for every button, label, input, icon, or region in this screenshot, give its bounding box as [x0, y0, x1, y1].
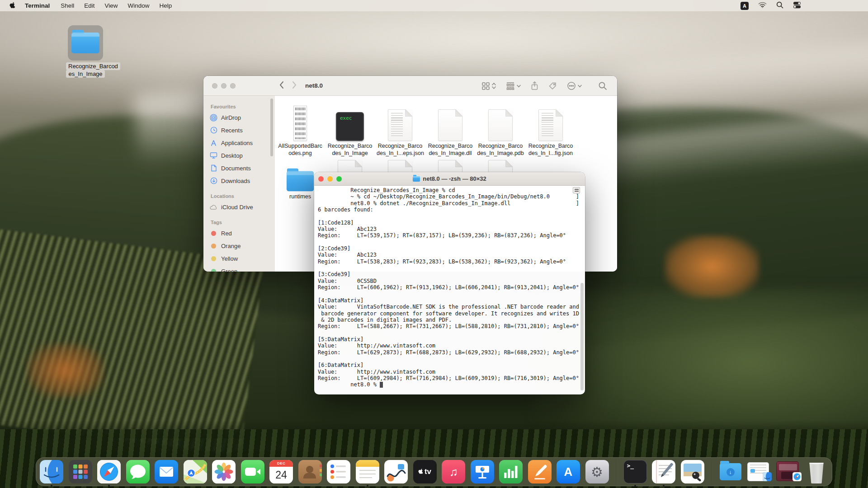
- spotlight-search-icon[interactable]: [776, 1, 783, 10]
- file-allsupportedbarcodes-png[interactable]: AllSupportedBarcodes.png: [277, 105, 324, 157]
- menu-help[interactable]: Help: [155, 0, 177, 11]
- dock-item-pages[interactable]: [528, 460, 552, 483]
- sidebar-item-recents[interactable]: Recents: [210, 124, 275, 136]
- dock-item-minimized-finder-window[interactable]: [747, 460, 771, 483]
- minimize-button[interactable]: [221, 83, 226, 89]
- apple-menu-icon[interactable]: [9, 2, 16, 9]
- desktop-icon-recognize-barcodes[interactable]: Recognize_Barcod es_In_Image: [66, 25, 105, 78]
- sidebar-item-applications[interactable]: Applications: [210, 136, 275, 149]
- clock-icon: [210, 127, 217, 134]
- dock-item-keynote[interactable]: [471, 460, 494, 483]
- terminal-marks-button[interactable]: [573, 187, 580, 193]
- sidebar-scrollbar[interactable]: [270, 99, 273, 156]
- file-runtimeconfig-json[interactable]: Recognize_Barcodes_In_I...fig.json: [527, 105, 574, 157]
- dock-item-music[interactable]: ♫: [442, 460, 465, 483]
- dock-item-trash[interactable]: [805, 460, 828, 483]
- dock-item-facetime[interactable]: [241, 460, 264, 483]
- finder-sidebar: Favourites AirDrop Recents Applications …: [203, 96, 275, 272]
- input-source-icon[interactable]: A: [741, 2, 749, 10]
- sidebar-item-downloads[interactable]: Downloads: [210, 174, 275, 187]
- dock-item-downloads[interactable]: ↓: [719, 460, 742, 483]
- finder-window-controls: [212, 83, 236, 89]
- downloads-icon: [210, 177, 217, 184]
- minimized-safari-window-thumbnail: [776, 461, 799, 481]
- calendar-icon: DEC 24: [269, 460, 293, 483]
- file-recognize-barcodes-executable[interactable]: exec Recognize_Barcodes_In_Image: [326, 105, 373, 157]
- dock-item-photos[interactable]: [212, 460, 236, 483]
- menu-bar: Terminal Shell Edit View Window Help A: [0, 0, 868, 11]
- file-pdb[interactable]: Recognize_Barcodes_In_Image.pdb: [477, 105, 524, 157]
- keynote-icon: [471, 460, 494, 483]
- dock-item-system-settings[interactable]: ⚙: [585, 460, 609, 483]
- group-by-icon[interactable]: [506, 82, 521, 90]
- search-icon[interactable]: [598, 81, 607, 90]
- dock-item-notes[interactable]: [356, 460, 379, 483]
- messages-icon: [126, 460, 150, 483]
- numbers-icon: [499, 460, 523, 483]
- terminal-window[interactable]: net8.0 — -zsh — 80×32 Recognize_Barcodes…: [314, 172, 585, 394]
- file-dll[interactable]: Recognize_Barcodes_In_Image.dll: [427, 105, 474, 157]
- sidebar-item-desktop[interactable]: Desktop: [210, 149, 275, 162]
- wifi-icon[interactable]: [758, 2, 767, 9]
- dock-item-maps[interactable]: [184, 460, 207, 483]
- dock-item-contacts[interactable]: [298, 460, 322, 483]
- textedit-icon: [652, 460, 675, 483]
- sidebar-item-icloud-drive[interactable]: iCloud Drive: [210, 201, 275, 213]
- dock-item-safari[interactable]: [97, 460, 121, 483]
- dock-item-reminders[interactable]: [327, 460, 350, 483]
- dock-item-calendar[interactable]: DEC 24: [269, 460, 293, 483]
- trash-icon: [805, 460, 828, 483]
- dock-item-minimized-safari-window[interactable]: [776, 460, 800, 483]
- sidebar-item-documents[interactable]: Documents: [210, 162, 275, 174]
- menu-shell[interactable]: Shell: [56, 0, 79, 11]
- back-icon[interactable]: [279, 81, 284, 91]
- dock-item-finder[interactable]: [40, 460, 63, 483]
- dock-item-messages[interactable]: [126, 460, 150, 483]
- dock-item-preview[interactable]: [681, 460, 704, 483]
- sidebar-header-locations: Locations: [211, 193, 275, 199]
- dock-item-launchpad[interactable]: [69, 460, 92, 483]
- running-indicator: [367, 485, 368, 487]
- menu-view[interactable]: View: [100, 0, 123, 11]
- terminal-scrollbar[interactable]: [580, 283, 584, 390]
- view-grid-icon[interactable]: [481, 82, 496, 90]
- more-actions-icon[interactable]: [567, 81, 582, 90]
- tag-icon[interactable]: [548, 82, 557, 90]
- control-center-icon[interactable]: [793, 1, 801, 10]
- forward-icon[interactable]: [292, 81, 297, 91]
- dock-item-terminal[interactable]: >_: [623, 460, 647, 483]
- desktop-icon-label: Recognize_Barcod es_In_Image: [66, 62, 105, 78]
- share-icon[interactable]: [531, 81, 538, 90]
- dock-divider: [711, 460, 712, 483]
- close-button[interactable]: [212, 83, 217, 89]
- sidebar-header-favourites: Favourites: [211, 104, 275, 109]
- sidebar-item-airdrop[interactable]: AirDrop: [210, 111, 275, 124]
- dock-item-numbers[interactable]: [499, 460, 523, 483]
- orange-tag-icon: [210, 244, 217, 249]
- photos-icon: [212, 460, 236, 483]
- calendar-month: DEC: [269, 460, 293, 467]
- dock-item-freeform[interactable]: [384, 460, 408, 483]
- dock-item-mail[interactable]: [155, 460, 178, 483]
- terminal-content[interactable]: Recognize_Barcodes_In_Image % cd ] ~ % c…: [314, 186, 585, 394]
- preview-icon: [681, 460, 704, 483]
- sidebar-tag-yellow[interactable]: Yellow: [210, 252, 275, 265]
- reminders-icon: [327, 460, 350, 483]
- sidebar-tag-red[interactable]: Red: [210, 227, 275, 239]
- menu-terminal[interactable]: Terminal: [20, 0, 55, 11]
- notes-icon: [356, 460, 379, 483]
- green-tag-icon: [210, 269, 217, 272]
- file-deps-json[interactable]: Recognize_Barcodes_In_I...eps.json: [377, 105, 424, 157]
- menu-window[interactable]: Window: [123, 0, 155, 11]
- maps-icon: [184, 460, 207, 483]
- zoom-button[interactable]: [230, 83, 236, 89]
- dock-item-app-store[interactable]: A: [557, 460, 580, 483]
- sidebar-tag-green[interactable]: Green: [210, 265, 275, 272]
- sidebar-tag-orange[interactable]: Orange: [210, 239, 275, 252]
- dock-item-textedit[interactable]: [652, 460, 675, 483]
- minimized-finder-window-thumbnail: [747, 462, 769, 481]
- dock-item-tv[interactable]: tv: [413, 460, 437, 483]
- menu-edit[interactable]: Edit: [79, 0, 99, 11]
- folder-icon: [287, 171, 314, 192]
- pages-icon: [528, 460, 552, 483]
